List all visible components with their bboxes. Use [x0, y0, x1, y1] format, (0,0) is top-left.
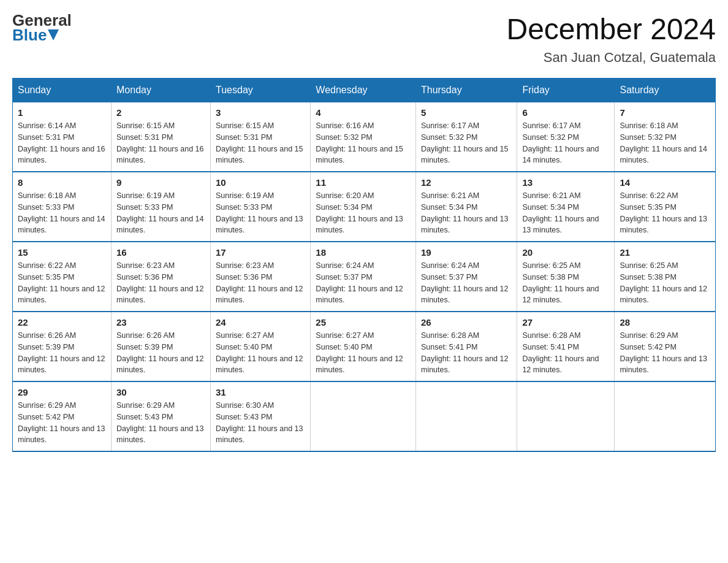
- day-number: 15: [18, 247, 106, 258]
- svg-marker-0: [48, 29, 59, 40]
- day-info: Sunrise: 6:21 AM Sunset: 5:34 PM Dayligh…: [421, 190, 512, 236]
- logo-blue: Blue: [12, 27, 47, 43]
- header-tuesday: Tuesday: [211, 79, 311, 102]
- table-row: 30 Sunrise: 6:29 AM Sunset: 5:43 PM Dayl…: [112, 381, 211, 451]
- header-sunday: Sunday: [13, 79, 112, 102]
- table-row: 9 Sunrise: 6:19 AM Sunset: 5:33 PM Dayli…: [112, 172, 211, 242]
- day-info: Sunrise: 6:25 AM Sunset: 5:38 PM Dayligh…: [620, 260, 710, 306]
- day-number: 1: [18, 107, 106, 118]
- table-row: 18 Sunrise: 6:24 AM Sunset: 5:37 PM Dayl…: [311, 242, 416, 312]
- day-number: 13: [522, 177, 609, 188]
- table-row: 29 Sunrise: 6:29 AM Sunset: 5:42 PM Dayl…: [13, 381, 112, 451]
- table-row: 27 Sunrise: 6:28 AM Sunset: 5:41 PM Dayl…: [517, 312, 615, 381]
- table-row: 3 Sunrise: 6:15 AM Sunset: 5:31 PM Dayli…: [211, 102, 311, 172]
- table-row: 6 Sunrise: 6:17 AM Sunset: 5:32 PM Dayli…: [517, 102, 615, 172]
- day-info: Sunrise: 6:18 AM Sunset: 5:32 PM Dayligh…: [620, 120, 710, 166]
- header-wednesday: Wednesday: [311, 79, 416, 102]
- table-row: 17 Sunrise: 6:23 AM Sunset: 5:36 PM Dayl…: [211, 242, 311, 312]
- day-number: 4: [316, 107, 411, 118]
- calendar-week-row: 1 Sunrise: 6:14 AM Sunset: 5:31 PM Dayli…: [13, 102, 716, 172]
- table-row: 13 Sunrise: 6:21 AM Sunset: 5:34 PM Dayl…: [517, 172, 615, 242]
- title-block: December 2024 San Juan Cotzal, Guatemala: [506, 12, 716, 66]
- table-row: 11 Sunrise: 6:20 AM Sunset: 5:34 PM Dayl…: [311, 172, 416, 242]
- table-row: 24 Sunrise: 6:27 AM Sunset: 5:40 PM Dayl…: [211, 312, 311, 381]
- logo-triangle-icon: [48, 29, 59, 40]
- calendar-week-row: 8 Sunrise: 6:18 AM Sunset: 5:33 PM Dayli…: [13, 172, 716, 242]
- table-row: 21 Sunrise: 6:25 AM Sunset: 5:38 PM Dayl…: [615, 242, 716, 312]
- day-info: Sunrise: 6:20 AM Sunset: 5:34 PM Dayligh…: [316, 190, 411, 236]
- day-number: 23: [116, 317, 205, 327]
- day-info: Sunrise: 6:23 AM Sunset: 5:36 PM Dayligh…: [216, 260, 305, 306]
- day-number: 14: [620, 177, 710, 188]
- calendar-week-row: 29 Sunrise: 6:29 AM Sunset: 5:42 PM Dayl…: [13, 381, 716, 451]
- table-row: 31 Sunrise: 6:30 AM Sunset: 5:43 PM Dayl…: [211, 381, 311, 451]
- calendar-title: December 2024: [506, 12, 716, 46]
- table-row: 10 Sunrise: 6:19 AM Sunset: 5:33 PM Dayl…: [211, 172, 311, 242]
- day-number: 31: [216, 387, 305, 397]
- header-thursday: Thursday: [415, 79, 517, 102]
- day-info: Sunrise: 6:16 AM Sunset: 5:32 PM Dayligh…: [316, 120, 411, 166]
- day-number: 2: [116, 107, 205, 118]
- table-row: [415, 381, 517, 451]
- header-saturday: Saturday: [615, 79, 716, 102]
- day-number: 29: [18, 387, 106, 397]
- table-row: 2 Sunrise: 6:15 AM Sunset: 5:31 PM Dayli…: [112, 102, 211, 172]
- day-info: Sunrise: 6:14 AM Sunset: 5:31 PM Dayligh…: [18, 120, 106, 166]
- calendar-table: Sunday Monday Tuesday Wednesday Thursday…: [12, 78, 716, 452]
- table-row: 15 Sunrise: 6:22 AM Sunset: 5:35 PM Dayl…: [13, 242, 112, 312]
- day-info: Sunrise: 6:19 AM Sunset: 5:33 PM Dayligh…: [116, 190, 205, 236]
- day-number: 18: [316, 247, 411, 258]
- day-info: Sunrise: 6:27 AM Sunset: 5:40 PM Dayligh…: [316, 330, 411, 376]
- table-row: 1 Sunrise: 6:14 AM Sunset: 5:31 PM Dayli…: [13, 102, 112, 172]
- logo: General Blue: [12, 12, 72, 43]
- day-info: Sunrise: 6:22 AM Sunset: 5:35 PM Dayligh…: [18, 260, 106, 306]
- table-row: 4 Sunrise: 6:16 AM Sunset: 5:32 PM Dayli…: [311, 102, 416, 172]
- day-info: Sunrise: 6:25 AM Sunset: 5:38 PM Dayligh…: [522, 260, 609, 306]
- day-info: Sunrise: 6:28 AM Sunset: 5:41 PM Dayligh…: [522, 330, 609, 376]
- day-number: 22: [18, 317, 106, 327]
- day-info: Sunrise: 6:27 AM Sunset: 5:40 PM Dayligh…: [216, 330, 305, 376]
- day-number: 24: [216, 317, 305, 327]
- table-row: 19 Sunrise: 6:24 AM Sunset: 5:37 PM Dayl…: [415, 242, 517, 312]
- day-info: Sunrise: 6:23 AM Sunset: 5:36 PM Dayligh…: [116, 260, 205, 306]
- page-header: General Blue December 2024 San Juan Cotz…: [12, 12, 716, 66]
- table-row: 14 Sunrise: 6:22 AM Sunset: 5:35 PM Dayl…: [615, 172, 716, 242]
- table-row: 22 Sunrise: 6:26 AM Sunset: 5:39 PM Dayl…: [13, 312, 112, 381]
- day-info: Sunrise: 6:29 AM Sunset: 5:43 PM Dayligh…: [116, 400, 205, 446]
- calendar-subtitle: San Juan Cotzal, Guatemala: [506, 50, 716, 66]
- day-info: Sunrise: 6:18 AM Sunset: 5:33 PM Dayligh…: [18, 190, 106, 236]
- day-number: 26: [421, 317, 512, 327]
- day-number: 16: [116, 247, 205, 258]
- day-number: 7: [620, 107, 710, 118]
- day-info: Sunrise: 6:21 AM Sunset: 5:34 PM Dayligh…: [522, 190, 609, 236]
- day-info: Sunrise: 6:26 AM Sunset: 5:39 PM Dayligh…: [18, 330, 106, 376]
- day-number: 17: [216, 247, 305, 258]
- header-friday: Friday: [517, 79, 615, 102]
- day-info: Sunrise: 6:15 AM Sunset: 5:31 PM Dayligh…: [116, 120, 205, 166]
- table-row: 7 Sunrise: 6:18 AM Sunset: 5:32 PM Dayli…: [615, 102, 716, 172]
- day-number: 8: [18, 177, 106, 188]
- day-number: 21: [620, 247, 710, 258]
- day-info: Sunrise: 6:24 AM Sunset: 5:37 PM Dayligh…: [316, 260, 411, 306]
- day-number: 5: [421, 107, 512, 118]
- table-row: 8 Sunrise: 6:18 AM Sunset: 5:33 PM Dayli…: [13, 172, 112, 242]
- table-row: [615, 381, 716, 451]
- day-info: Sunrise: 6:28 AM Sunset: 5:41 PM Dayligh…: [421, 330, 512, 376]
- calendar-week-row: 22 Sunrise: 6:26 AM Sunset: 5:39 PM Dayl…: [13, 312, 716, 381]
- day-number: 19: [421, 247, 512, 258]
- table-row: 20 Sunrise: 6:25 AM Sunset: 5:38 PM Dayl…: [517, 242, 615, 312]
- day-info: Sunrise: 6:19 AM Sunset: 5:33 PM Dayligh…: [216, 190, 305, 236]
- day-info: Sunrise: 6:17 AM Sunset: 5:32 PM Dayligh…: [522, 120, 609, 166]
- day-number: 3: [216, 107, 305, 118]
- table-row: 5 Sunrise: 6:17 AM Sunset: 5:32 PM Dayli…: [415, 102, 517, 172]
- day-number: 20: [522, 247, 609, 258]
- calendar-week-row: 15 Sunrise: 6:22 AM Sunset: 5:35 PM Dayl…: [13, 242, 716, 312]
- table-row: 16 Sunrise: 6:23 AM Sunset: 5:36 PM Dayl…: [112, 242, 211, 312]
- day-number: 27: [522, 317, 609, 327]
- day-info: Sunrise: 6:15 AM Sunset: 5:31 PM Dayligh…: [216, 120, 305, 166]
- table-row: 25 Sunrise: 6:27 AM Sunset: 5:40 PM Dayl…: [311, 312, 416, 381]
- day-number: 30: [116, 387, 205, 397]
- day-info: Sunrise: 6:29 AM Sunset: 5:42 PM Dayligh…: [18, 400, 106, 446]
- day-info: Sunrise: 6:30 AM Sunset: 5:43 PM Dayligh…: [216, 400, 305, 446]
- day-number: 12: [421, 177, 512, 188]
